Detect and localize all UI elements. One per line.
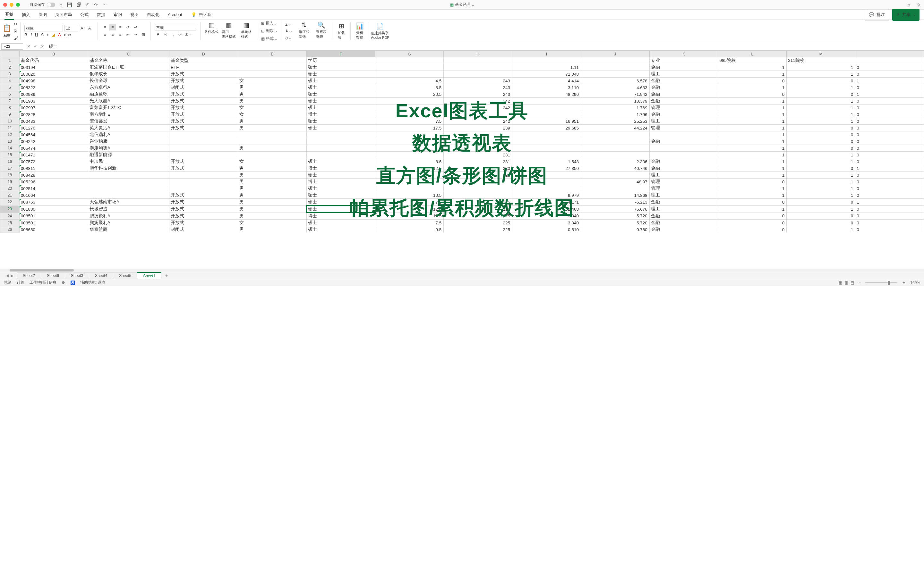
cell-I22[interactable]: -4.171	[512, 199, 581, 206]
cell-H9[interactable]	[444, 111, 512, 118]
cell-G4[interactable]: 4.5	[375, 77, 444, 84]
cell-J2[interactable]	[581, 64, 649, 71]
indent-right-icon[interactable]: ⇥	[132, 31, 139, 38]
cell-B26[interactable]: 008650	[19, 226, 88, 233]
scroll-thumb[interactable]	[10, 269, 74, 271]
cell-I14[interactable]	[512, 145, 581, 152]
cell-C5[interactable]: 东方卓行A	[88, 84, 169, 91]
sort-filter-button[interactable]: ⇅排序和 筛选	[297, 21, 311, 41]
cell-M24[interactable]: 0	[787, 213, 855, 219]
cell-I1[interactable]	[512, 57, 581, 64]
comments-button[interactable]: 💬 批注	[865, 9, 889, 21]
col-header-E[interactable]: E	[238, 51, 306, 57]
cell-H2[interactable]	[444, 64, 512, 71]
cell-G22[interactable]: 7.5	[375, 199, 444, 206]
cell-F17[interactable]: 博士	[306, 165, 375, 172]
tab-data[interactable]: 数据	[96, 10, 106, 19]
cell-K24[interactable]: 金融	[649, 213, 718, 219]
analyze-data-button[interactable]: 📊分析 数据	[352, 22, 367, 40]
cell-11[interactable]: 0	[855, 125, 924, 131]
cell-I5[interactable]: 3.110	[512, 84, 581, 91]
cell-26[interactable]: 0	[855, 226, 924, 233]
cell-F16[interactable]: 硕士	[306, 158, 375, 165]
cell-B7[interactable]: 001903	[19, 98, 88, 105]
cell-C26[interactable]: 华泰益商	[88, 226, 169, 233]
cell-I18[interactable]	[512, 172, 581, 179]
close-window[interactable]	[3, 3, 7, 7]
cell-H23[interactable]: 225	[444, 205, 512, 213]
col-header-L[interactable]: L	[718, 51, 787, 57]
cell-E6[interactable]: 男	[238, 91, 306, 98]
fill-color-button[interactable]: ◢	[52, 32, 55, 37]
cell-13[interactable]: 0	[855, 138, 924, 145]
paste-button[interactable]: 📋 粘贴	[3, 24, 11, 38]
cell-K19[interactable]: 管理	[649, 179, 718, 185]
cell-10[interactable]: 0	[855, 118, 924, 125]
cell-H26[interactable]: 225	[444, 226, 512, 233]
cell-7[interactable]: 0	[855, 98, 924, 105]
cell-J9[interactable]: 1.796	[581, 111, 649, 118]
cell-F24[interactable]: 博士	[306, 213, 375, 219]
cell-D10[interactable]: 开放式	[170, 118, 238, 125]
cell-C23[interactable]: 长城智造	[88, 205, 169, 213]
cell-F10[interactable]: 硕士	[306, 118, 375, 125]
zoom-level[interactable]: 169%	[910, 280, 920, 285]
cell-J4[interactable]: 6.578	[581, 77, 649, 84]
cell-F7[interactable]: 硕士	[306, 98, 375, 105]
zoom-slider[interactable]	[865, 282, 897, 284]
status-access[interactable]: 辅助功能: 调查	[80, 280, 105, 285]
cell-15[interactable]: 0	[855, 152, 924, 158]
cell-D22[interactable]: 开放式	[170, 199, 238, 206]
col-header-J[interactable]: J	[581, 51, 649, 57]
cell-G15[interactable]	[375, 152, 444, 158]
tab-formulas[interactable]: 公式	[79, 10, 89, 19]
tab-view[interactable]: 视图	[129, 10, 139, 19]
cell-H20[interactable]	[444, 185, 512, 192]
cell-F25[interactable]: 硕士	[306, 219, 375, 226]
home-icon[interactable]: ⌂	[60, 2, 62, 7]
cell-25[interactable]: 0	[855, 219, 924, 226]
cell-G5[interactable]: 8.5	[375, 84, 444, 91]
cell-E2[interactable]	[238, 64, 306, 71]
sheet-tab-Sheet5[interactable]: Sheet5	[113, 272, 137, 279]
cell-K17[interactable]: 金融	[649, 165, 718, 172]
cell-H5[interactable]: 243	[444, 84, 512, 91]
cell-B14[interactable]: 005474	[19, 145, 88, 152]
fx-icon[interactable]: fx	[40, 44, 44, 49]
normal-view-icon[interactable]: ▦	[838, 280, 842, 285]
cell-J8[interactable]: 1.769	[581, 105, 649, 111]
account-icon[interactable]: ☺	[916, 2, 921, 7]
cell-I11[interactable]: 29.685	[512, 125, 581, 131]
cell-L12[interactable]: 1	[718, 131, 787, 138]
cell-H18[interactable]: 228	[444, 172, 512, 179]
cell-L3[interactable]: 1	[718, 71, 787, 77]
cell-C2[interactable]: 汇添富国企ETF联	[88, 64, 169, 71]
tab-layout[interactable]: 页面布局	[55, 10, 73, 19]
cell-E15[interactable]	[238, 152, 306, 158]
cell-D17[interactable]: 开放式	[170, 165, 238, 172]
italic-button[interactable]: I	[31, 32, 32, 37]
cell-14[interactable]: 0	[855, 145, 924, 152]
row-header-23[interactable]: 23	[0, 205, 19, 213]
cell-L22[interactable]: 0	[718, 199, 787, 206]
cell-23[interactable]: 0	[855, 205, 924, 213]
delete-cells-button[interactable]: ⊟删除 ⌵	[261, 27, 277, 34]
cell-12[interactable]: 0	[855, 131, 924, 138]
cell-I3[interactable]: 71.048	[512, 71, 581, 77]
format-cells-button[interactable]: ▦格式 ⌵	[261, 35, 277, 42]
cell-C17[interactable]: 鹏华科技创新	[88, 165, 169, 172]
cell-B19[interactable]: 005296	[19, 179, 88, 185]
cell-D15[interactable]	[170, 152, 238, 158]
row-header-26[interactable]: 26	[0, 226, 19, 233]
cell-L9[interactable]: 1	[718, 111, 787, 118]
row-header-11[interactable]: 11	[0, 125, 19, 131]
cell-D5[interactable]: 封闭式	[170, 84, 238, 91]
cell-I20[interactable]	[512, 185, 581, 192]
cell-L6[interactable]: 0	[718, 91, 787, 98]
cell-E24[interactable]: 男	[238, 213, 306, 219]
cut-icon[interactable]: ✂	[14, 21, 18, 27]
toggle-switch[interactable]	[47, 3, 55, 7]
cell-M26[interactable]: 1	[787, 226, 855, 233]
cell-I24[interactable]: 3.840	[512, 213, 581, 219]
cell-M10[interactable]: 1	[787, 118, 855, 125]
